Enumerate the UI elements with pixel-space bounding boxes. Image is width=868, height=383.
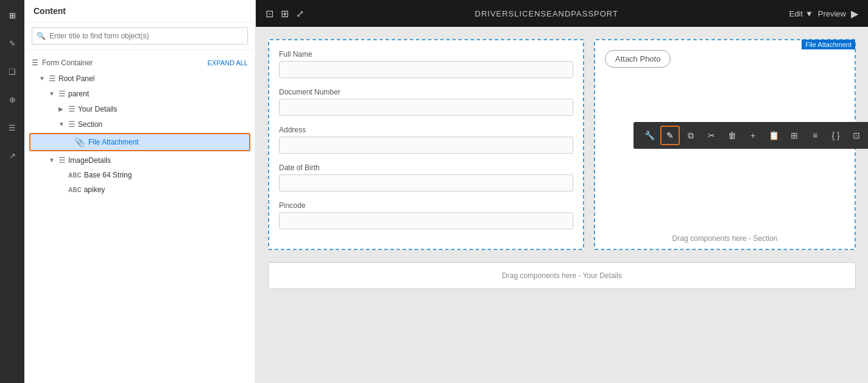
tree-item-apikey[interactable]: ABC apikey [24,182,255,197]
cut-toolbar-btn[interactable]: ✂ [702,126,721,145]
sidebar-icon-share[interactable]: ↗ [3,146,21,165]
apikey-icon: ABC [68,187,82,193]
sidebar-icon-bars[interactable]: ☰ [3,118,21,137]
search-input[interactable] [32,27,248,45]
attach-photo-label: Attach Photo [605,50,671,68]
image-details-icon: ☰ [58,156,66,165]
parent-label: parent [68,90,248,98]
top-bar: ⊡ ⊞ ⤢ DRIVERSLICENSEANDPASSPORT Edit ▼ P… [256,0,868,27]
document-number-label: Document Number [279,88,573,96]
your-details-icon: ☰ [68,104,76,113]
sidebar-icon-pencil[interactable]: ✎ [3,34,21,52]
address-label: Address [279,126,573,134]
section-icon: ☰ [68,120,76,129]
attach-photo-button[interactable]: Attach Photo [605,50,845,68]
resize-toolbar-btn[interactable]: ⊡ [847,126,866,145]
sidebar-icon-puzzle[interactable]: ⊕ [3,90,21,109]
full-name-input[interactable] [279,61,573,78]
arrow-down-icon: ▼ [49,90,56,97]
arrow-right-icon: ▶ [58,106,66,112]
full-name-field: Full Name [279,50,573,78]
preview-button[interactable]: Preview [818,9,846,18]
edit-toolbar-btn[interactable]: ✎ [660,126,680,145]
sidebar-icon-grid[interactable]: ⊞ [3,6,21,24]
dob-field: Date of Birth [279,163,573,192]
hamburger-icon: ☰ [32,59,38,67]
tree-item-file-attachment[interactable]: 📎 File Attachment [29,133,250,151]
search-icon: 🔍 [37,32,46,40]
table-toolbar-btn[interactable]: ⊞ [785,126,804,145]
wrench-toolbar-btn[interactable]: 🔧 [640,126,659,145]
edit-button[interactable]: Edit ▼ [789,9,813,18]
document-number-input[interactable] [279,99,573,116]
pincode-input[interactable] [279,212,573,229]
tree-header: ☰ Form Container EXPAND ALL [24,55,255,71]
image-details-label: ImageDetails [68,156,248,165]
tree-item-section[interactable]: ▼ ☰ Section [24,116,255,132]
component-toolbar: 🔧 ✎ ⧉ ✂ 🗑 + 📋 ⊞ ≡ { } ⊡ ✕ [633,122,868,149]
paperclip-icon: 📎 [74,137,85,147]
form-container-header: ☰ Form Container [32,59,93,67]
tree-item-root-panel[interactable]: ▼ ☰ Root Panel [24,71,255,86]
expand-panel-icon[interactable]: ▶ [851,8,858,20]
content-panel: Content 🔍 ☰ Form Container EXPAND ALL ▼ … [24,0,256,383]
code-toolbar-btn[interactable]: { } [826,126,845,145]
arrow-down-icon: ▼ [58,121,66,127]
chevron-down-icon: ▼ [805,9,813,18]
paste-toolbar-btn[interactable]: 📋 [764,126,783,145]
layout-icon[interactable]: ⊡ [266,8,273,20]
drag-section-label: Drag components here - Section [595,234,855,243]
apikey-label: apikey [84,185,248,194]
file-attachment-label: File Attachment [88,138,139,146]
tree-item-parent[interactable]: ▼ ☰ parent [24,86,255,101]
your-details-label: Your Details [78,105,248,113]
pincode-field: Pincode [279,201,573,229]
tree-section: ☰ Form Container EXPAND ALL ▼ ☰ Root Pan… [24,50,255,202]
form-container-label: Form Container [42,59,93,67]
main-area: ⊡ ⊞ ⤢ DRIVERSLICENSEANDPASSPORT Edit ▼ P… [256,0,868,383]
pincode-label: Pincode [279,201,573,210]
base64-icon: ABC [68,172,82,179]
dob-input[interactable] [279,174,573,192]
document-number-field: Document Number [279,88,573,116]
top-bar-icons: ⊡ ⊞ ⤢ [266,8,304,20]
search-bar: 🔍 [24,23,255,50]
form-left-panel: Full Name Document Number Address Date o… [268,39,584,250]
tree-item-your-details[interactable]: ▶ ☰ Your Details [24,101,255,116]
sidebar-icon-layers[interactable]: ❑ [3,62,21,81]
form-canvas: Full Name Document Number Address Date o… [268,39,856,289]
controls-icon[interactable]: ⊞ [281,8,289,20]
copy-toolbar-btn[interactable]: ⧉ [681,126,700,145]
tree-item-image-details[interactable]: ▼ ☰ ImageDetails [24,152,255,168]
page-title: DRIVERSLICENSEANDPASSPORT [314,9,779,18]
expand-icon[interactable]: ⤢ [296,8,304,20]
sidebar-icons: ⊞ ✎ ❑ ⊕ ☰ ↗ [0,0,24,383]
expand-all-button[interactable]: EXPAND ALL [208,59,248,66]
list-toolbar-btn[interactable]: ≡ [805,126,825,145]
dob-label: Date of Birth [279,163,573,172]
arrow-down-icon: ▼ [39,75,46,82]
root-panel-label: Root Panel [58,74,248,83]
base64-label: Base 64 String [84,171,248,179]
delete-toolbar-btn[interactable]: 🗑 [722,126,742,145]
add-toolbar-btn[interactable]: + [743,126,763,145]
arrow-down-icon: ▼ [49,157,56,163]
edit-label: Edit [789,9,802,18]
your-details-dropzone: Drag components here - Your Details [268,262,856,289]
file-attachment-badge: File Attachment [802,40,855,49]
address-field: Address [279,126,573,154]
section-label: Section [78,120,248,129]
parent-icon: ☰ [58,89,66,98]
tree-item-base64[interactable]: ABC Base 64 String [24,168,255,182]
top-bar-actions: Edit ▼ Preview ▶ [789,8,858,20]
drag-your-details-label: Drag components here - Your Details [502,271,622,280]
full-name-label: Full Name [279,50,573,59]
address-input[interactable] [279,137,573,154]
root-panel-icon: ☰ [49,74,56,83]
content-panel-title: Content [24,0,255,23]
canvas: 🔧 ✎ ⧉ ✂ 🗑 + 📋 ⊞ ≡ { } ⊡ ✕ Full Name [256,27,868,383]
